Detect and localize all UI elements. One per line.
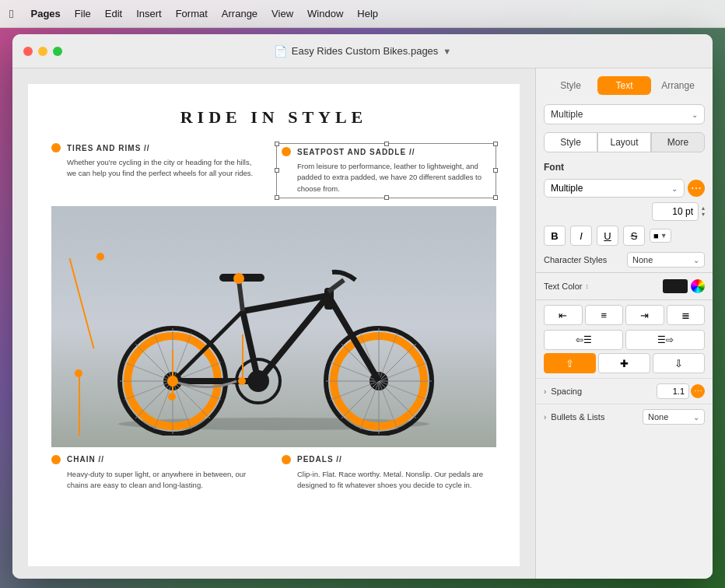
valign-bottom-icon: ⇩ [674,358,683,369]
doc-title: RIDE IN STYLE [51,107,496,128]
divider-2 [536,299,713,300]
menu-file[interactable]: File [75,8,91,19]
italic-button[interactable]: I [570,226,592,246]
bullets-dropdown[interactable]: None ⌄ [643,409,705,425]
menu-arrange[interactable]: Arrange [222,8,257,19]
doc-page: RIDE IN STYLE TIRES AND RIMS // Whether … [28,84,520,566]
char-styles-row: Character Styles None ⌄ [536,249,713,271]
text-color-arrows[interactable]: ↕ [586,282,590,290]
font-dropdown-arrow: ⌄ [671,184,678,193]
orange-dot-chain [51,455,61,464]
svg-line-27 [173,311,243,381]
decrease-indent-button[interactable]: ⇦☰ [544,330,623,350]
selection-handle-tm[interactable] [384,142,389,146]
menu-pages[interactable]: Pages [30,8,60,19]
align-right-button[interactable]: ⇥ [625,305,664,325]
valign-middle-icon: ✚ [620,358,629,369]
valign-middle-button[interactable]: ✚ [598,353,650,373]
spacing-toggle[interactable]: › Spacing [544,387,582,396]
font-name: Multiple [551,183,583,194]
window-title: Easy Rides Custom Bikes.pages [292,45,439,57]
selection-handle-br[interactable] [493,195,498,200]
menu-help[interactable]: Help [357,8,378,19]
callout-pedals-body: Clip-in. Flat. Race worthy. Metal. Nonsl… [282,469,496,492]
callout-seatpost[interactable]: SEATPOST AND SADDLE // From leisure to p… [276,143,496,198]
font-row: Multiple ⌄ ⋯ [536,176,713,201]
bicycle-svg [87,218,461,436]
spacing-input[interactable]: 1.1 [657,383,689,399]
selection-handle-ml[interactable] [275,168,279,173]
main-area: RIDE IN STYLE TIRES AND RIMS // Whether … [12,68,713,579]
menu-format[interactable]: Format [176,8,208,19]
top-callouts: TIRES AND RIMS // Whether you're cycling… [51,143,496,198]
orange-dot-tires [51,143,61,152]
underline-button[interactable]: U [597,226,618,246]
spacing-options-button[interactable]: ⋯ [691,384,705,398]
tab-style[interactable]: Style [544,76,597,95]
decrease-indent-icon: ⇦☰ [576,334,592,345]
menu-view[interactable]: View [271,8,293,19]
color-wheel[interactable] [691,279,705,293]
style-dropdown[interactable]: Multiple ⌄ [544,104,705,124]
svg-point-30 [247,370,269,392]
callout-chain-title: CHAIN // [67,455,104,464]
increase-indent-button[interactable]: ☰⇨ [625,330,705,350]
bullets-toggle[interactable]: › Bullets & Lists [544,412,604,422]
selection-handle-mr[interactable] [493,168,498,173]
spacing-row: › Spacing 1.1 ⋯ [536,378,713,404]
right-panel: Style Text Arrange Multiple ⌄ Style Layo… [535,68,713,579]
valign-row: ⇧ ✚ ⇩ [536,352,713,375]
divider-1 [536,272,713,273]
maximize-button[interactable] [53,47,62,56]
valign-bottom-button[interactable]: ⇩ [653,353,705,373]
char-styles-dropdown[interactable]: None ⌄ [627,252,705,268]
text-color-picker-button[interactable]: ■ ▼ [650,229,671,243]
tab-arrange[interactable]: Arrange [651,76,705,95]
selection-handle-bm[interactable] [384,195,389,200]
align-left-button[interactable]: ⇤ [544,305,583,325]
selection-handle-bl[interactable] [275,195,279,200]
selection-handle-tl[interactable] [275,142,279,146]
font-size-stepper[interactable]: ▴ ▾ [702,205,705,218]
menubar:  Pages File Edit Insert Format Arrange … [0,0,725,28]
dropdown-arrow-icon[interactable]: ▼ [443,47,451,56]
spacing-chevron: › [544,387,546,396]
apple-menu[interactable]:  [9,7,13,20]
align-justify-button[interactable]: ≣ [667,305,706,325]
font-options-button[interactable]: ⋯ [688,180,705,197]
callout-tires-title: TIRES AND RIMS // [67,144,150,152]
increase-indent-icon: ☰⇨ [657,334,674,345]
menu-edit[interactable]: Edit [105,8,122,19]
strikethrough-button[interactable]: S [623,226,645,246]
close-button[interactable] [23,47,33,56]
dropdown-arrow-icon: ⌄ [692,110,698,119]
char-styles-arrow: ⌄ [693,256,699,264]
minimize-button[interactable] [38,47,47,56]
subtab-layout[interactable]: Layout [597,132,651,152]
callout-pedals-header: PEDALS // [282,455,496,464]
font-size-input[interactable]: 10 pt [652,202,699,221]
font-size-row: 10 pt ▴ ▾ [536,201,713,222]
bullets-label: Bullets & Lists [551,412,604,422]
bullets-row: › Bullets & Lists None ⌄ [536,404,713,429]
document-canvas[interactable]: RIDE IN STYLE TIRES AND RIMS // Whether … [12,68,535,579]
valign-top-button[interactable]: ⇧ [544,353,596,373]
black-swatch[interactable] [663,279,688,293]
window-title-area: 📄 Easy Rides Custom Bikes.pages ▼ [274,45,451,58]
menu-window[interactable]: Window [307,8,343,19]
bold-button[interactable]: B [544,226,566,246]
svg-line-34 [328,280,344,292]
font-dropdown[interactable]: Multiple ⌄ [544,179,685,198]
subtab-style[interactable]: Style [544,132,597,152]
orange-dot-pedals [282,455,291,464]
char-styles-label: Character Styles [544,255,607,264]
menu-insert[interactable]: Insert [136,8,162,19]
alignment-row: ⇤ ≡ ⇥ ≣ [536,302,713,328]
format-buttons-row: B I U S ■ ▼ [536,222,713,249]
selection-handle-tr[interactable] [493,142,498,146]
callout-tires-body: Whether you're cycling in the city or he… [51,157,261,180]
subtab-more[interactable]: More [651,132,705,152]
tab-text[interactable]: Text [597,76,651,95]
callout-pedals-title: PEDALS // [297,455,342,464]
align-center-button[interactable]: ≡ [585,305,624,325]
